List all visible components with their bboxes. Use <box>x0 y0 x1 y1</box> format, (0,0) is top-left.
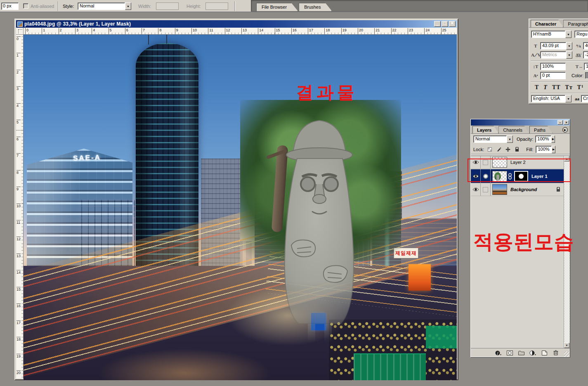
font-style-dropdown[interactable]: Regu <box>574 31 588 38</box>
layer-row-background[interactable]: Background <box>471 183 564 196</box>
layer-name[interactable]: Background <box>510 187 537 192</box>
tab-file-browser[interactable]: File Browser <box>256 3 298 11</box>
anti-aliased-checkbox[interactable] <box>23 3 28 9</box>
faux-italic-button[interactable]: T <box>543 84 548 91</box>
mask-editing-indicator[interactable] <box>481 169 491 183</box>
maximize-button[interactable]: □ <box>442 21 448 27</box>
tab-paths[interactable]: Paths <box>529 126 553 133</box>
lock-position-icon[interactable] <box>505 146 511 152</box>
layer1-thumbnail[interactable] <box>492 171 507 182</box>
separator <box>531 61 588 62</box>
blend-mode-value: Normal <box>473 135 507 143</box>
link-mask-icon[interactable] <box>508 173 513 180</box>
layer-style-icon[interactable]: f <box>495 350 501 356</box>
layer-row-layer1-selected[interactable]: Layer 1 <box>471 169 564 183</box>
palette-minimize-button[interactable]: – <box>557 120 563 125</box>
tracking-dropdown[interactable]: -25 <box>583 51 588 59</box>
layer-name[interactable]: Layer 2 <box>510 160 526 165</box>
lock-transparency-icon[interactable] <box>486 146 493 152</box>
visibility-toggle[interactable] <box>471 183 481 196</box>
close-button[interactable]: × <box>449 21 456 27</box>
text-color-swatch[interactable] <box>585 72 588 79</box>
kerning-dropdown[interactable]: Metrics ▼ <box>540 51 572 59</box>
tab-channels[interactable]: Channels <box>498 126 529 133</box>
kerning-icon: A⟋V <box>531 52 540 58</box>
leading-dropdown[interactable]: 40. <box>583 42 588 50</box>
fill-slider-arrow[interactable]: ▶ <box>552 146 556 153</box>
height-input[interactable] <box>205 2 228 10</box>
chevron-down-icon[interactable]: ▼ <box>565 95 571 102</box>
chevron-down-icon[interactable]: ▼ <box>566 51 572 59</box>
orange-sign <box>409 264 431 291</box>
lock-label: Lock: <box>473 147 484 152</box>
scroll-up-icon[interactable]: ▲ <box>564 156 569 161</box>
separator <box>58 1 59 11</box>
font-family-value: HYnamB <box>531 31 565 38</box>
v-ruler-label: 19 <box>17 354 21 358</box>
layer-mask-thumbnail[interactable] <box>514 171 528 182</box>
document-title-bar[interactable]: pla04048.jpg @ 33,3% (Layer 1, Layer Mas… <box>16 20 457 28</box>
horizontal-scale-input[interactable]: 100 <box>584 63 588 70</box>
baseline-shift-input[interactable]: 0 pt <box>540 72 566 79</box>
background-thumbnail[interactable] <box>492 184 507 195</box>
style-dropdown[interactable]: Normal ▼ <box>78 2 131 10</box>
tab-character[interactable]: Character <box>531 20 563 27</box>
chevron-down-icon[interactable]: ▼ <box>565 31 571 38</box>
layer2-thumbnail[interactable] <box>492 157 507 168</box>
cursor-position-marker <box>16 130 23 130</box>
chevron-down-icon[interactable]: ▼ <box>507 135 513 143</box>
v-ruler-label: 8 <box>17 170 21 174</box>
layer-lock-icon <box>556 187 560 192</box>
all-caps-button[interactable]: TT <box>552 84 561 91</box>
layer-row-layer2[interactable]: Layer 2 <box>471 156 564 169</box>
resize-grip[interactable] <box>564 351 569 357</box>
chevron-down-icon[interactable]: ▼ <box>566 42 572 50</box>
tab-layers[interactable]: Layers <box>472 126 498 133</box>
vertical-scale-icon: ↕T <box>531 64 540 69</box>
add-mask-icon[interactable] <box>506 350 513 356</box>
width-label: Width: <box>138 4 151 9</box>
blend-mode-dropdown[interactable]: Normal ▼ <box>473 135 513 143</box>
chevron-down-icon[interactable]: ▼ <box>125 2 131 10</box>
lock-all-icon[interactable] <box>514 146 520 152</box>
faux-bold-button[interactable]: T <box>535 84 539 91</box>
new-group-icon[interactable] <box>518 350 524 356</box>
lock-paint-icon[interactable] <box>496 146 502 152</box>
tolerance-input[interactable]: 0 px <box>1 2 19 10</box>
link-indicator-cell[interactable] <box>481 183 491 196</box>
h-ruler-label: 1 <box>42 28 45 34</box>
fill-input[interactable]: 100% ▶ <box>536 146 555 153</box>
width-input[interactable] <box>156 2 179 10</box>
small-caps-button[interactable]: Tᴛ <box>565 84 573 91</box>
vertical-ruler[interactable]: 01234567891011121314151617181920 <box>16 35 24 379</box>
h-ruler-label: 14 <box>258 28 263 34</box>
image-canvas[interactable]: SAE-A 제일제재 <box>24 35 457 380</box>
anti-alias-dropdown[interactable]: Cr <box>581 95 588 102</box>
horizontal-ruler[interactable]: 0123456789101112131415161718192021222324… <box>24 28 457 35</box>
layers-palette: – × Layers Channels Paths ▶ Normal ▼ Opa… <box>470 119 570 358</box>
ruler-origin-box[interactable] <box>16 28 24 35</box>
palette-menu-button[interactable]: ▶ <box>562 127 568 133</box>
tab-paragraph[interactable]: Paragraph <box>563 20 588 27</box>
adjustment-layer-icon[interactable] <box>529 350 536 356</box>
delete-layer-trash-icon[interactable] <box>553 350 559 356</box>
opacity-input[interactable]: 100% ▶ <box>535 135 555 143</box>
language-dropdown[interactable]: English: USA ▼ <box>531 95 571 102</box>
scroll-down-icon[interactable]: ▼ <box>564 343 569 348</box>
link-indicator-cell[interactable] <box>481 156 491 168</box>
visibility-toggle[interactable] <box>471 169 481 183</box>
vertical-scale-input[interactable]: 100% <box>540 63 566 70</box>
font-family-dropdown[interactable]: HYnamB ▼ <box>531 31 571 38</box>
tab-brushes[interactable]: Brushes <box>299 3 332 11</box>
tracking-icon: A̲V̲ <box>574 52 583 57</box>
layers-palette-title-bar[interactable]: – × <box>471 119 570 126</box>
new-layer-icon[interactable] <box>541 350 548 356</box>
palette-close-button[interactable]: × <box>564 120 569 125</box>
font-size-dropdown[interactable]: 43.09 pt ▼ <box>540 42 572 50</box>
opacity-slider-arrow[interactable]: ▶ <box>551 135 555 143</box>
visibility-toggle[interactable] <box>471 156 481 168</box>
layer-name[interactable]: Layer 1 <box>531 174 548 179</box>
minimize-button[interactable]: _ <box>434 21 441 27</box>
h-ruler-label: 21 <box>374 28 380 34</box>
superscript-button[interactable]: T¹ <box>577 84 584 91</box>
